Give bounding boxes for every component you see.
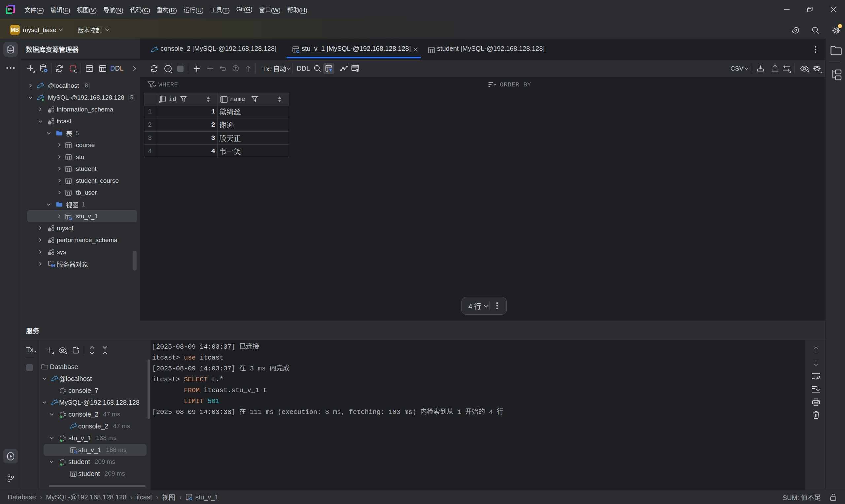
svg-text:DG: DG — [8, 7, 12, 11]
